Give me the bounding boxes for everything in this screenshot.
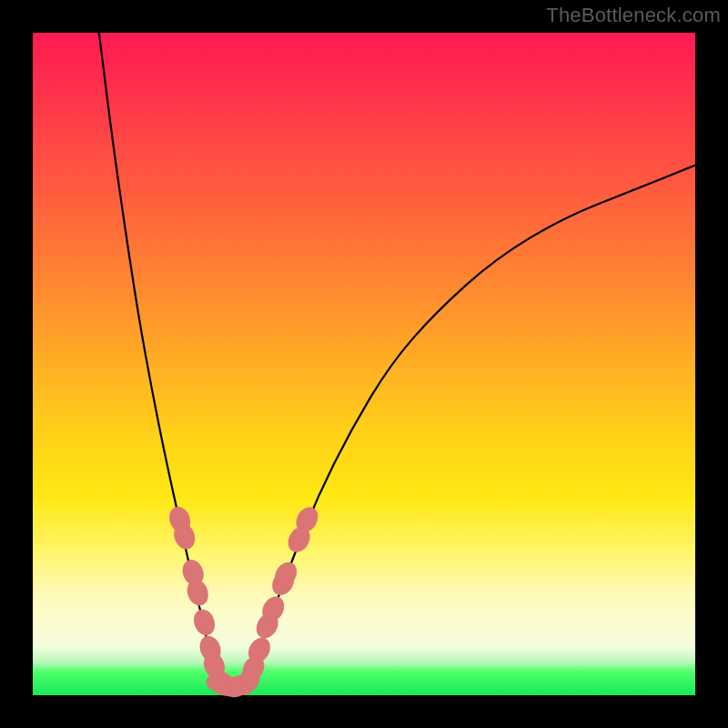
- data-markers: [166, 503, 322, 697]
- curve-right-branch: [248, 166, 695, 682]
- plot-area: [33, 33, 695, 695]
- data-marker: [190, 606, 218, 638]
- figure-frame: TheBottleneck.com: [0, 0, 728, 728]
- watermark-label: TheBottleneck.com: [546, 4, 721, 27]
- curve-layer: [33, 33, 695, 695]
